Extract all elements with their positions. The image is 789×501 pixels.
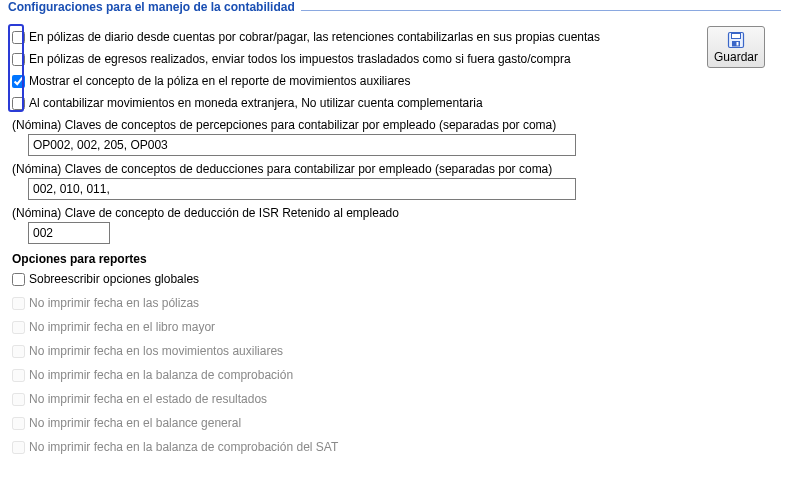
groupbox-title: Configuraciones para el manejo de la con… (8, 0, 301, 14)
lbl-percepciones: (Nómina) Claves de conceptos de percepci… (12, 118, 777, 132)
lbl-isr: (Nómina) Clave de concepto de deducción … (12, 206, 777, 220)
chk-retenciones[interactable] (12, 31, 25, 44)
lbl-concepto: Mostrar el concepto de la póliza en el r… (29, 74, 411, 88)
lbl-no-fecha-mov: No imprimir fecha en los movimientos aux… (29, 344, 283, 358)
chk-egresos[interactable] (12, 53, 25, 66)
lbl-moneda-extranjera: Al contabilizar movimientos en moneda ex… (29, 96, 483, 110)
lbl-no-fecha-balanza: No imprimir fecha en la balanza de compr… (29, 368, 293, 382)
chk-sobreescribir[interactable] (12, 273, 25, 286)
row-no-fecha-polizas: No imprimir fecha en las pólizas (12, 294, 777, 312)
row-sobreescribir: Sobreescribir opciones globales (12, 270, 777, 288)
lbl-sobreescribir: Sobreescribir opciones globales (29, 272, 199, 286)
input-percepciones[interactable] (28, 134, 576, 156)
lbl-no-fecha-resultados: No imprimir fecha en el estado de result… (29, 392, 267, 406)
lbl-no-fecha-balance: No imprimir fecha en el balance general (29, 416, 241, 430)
chk-no-fecha-balanza-sat (12, 441, 25, 454)
reports-subtitle: Opciones para reportes (12, 252, 777, 266)
lbl-no-fecha-polizas: No imprimir fecha en las pólizas (29, 296, 199, 310)
row-retenciones: En pólizas de diario desde cuentas por c… (12, 28, 777, 46)
row-concepto: Mostrar el concepto de la póliza en el r… (12, 72, 777, 90)
input-deducciones[interactable] (28, 178, 576, 200)
row-egresos: En pólizas de egresos realizados, enviar… (12, 50, 777, 68)
lbl-egresos: En pólizas de egresos realizados, enviar… (29, 52, 571, 66)
row-no-fecha-resultados: No imprimir fecha en el estado de result… (12, 390, 777, 408)
lbl-no-fecha-balanza-sat: No imprimir fecha en la balanza de compr… (29, 440, 338, 454)
chk-no-fecha-balanza (12, 369, 25, 382)
lbl-deducciones: (Nómina) Claves de conceptos de deduccio… (12, 162, 777, 176)
chk-no-fecha-balance (12, 417, 25, 430)
row-no-fecha-balanza-sat: No imprimir fecha en la balanza de compr… (12, 438, 777, 456)
chk-no-fecha-mov (12, 345, 25, 358)
chk-no-fecha-polizas (12, 297, 25, 310)
groupbox-header: Configuraciones para el manejo de la con… (8, 4, 781, 18)
row-no-fecha-libro: No imprimir fecha en el libro mayor (12, 318, 777, 336)
chk-no-fecha-libro (12, 321, 25, 334)
row-moneda-extranjera: Al contabilizar movimientos en moneda ex… (12, 94, 777, 112)
chk-concepto[interactable] (12, 75, 25, 88)
lbl-no-fecha-libro: No imprimir fecha en el libro mayor (29, 320, 215, 334)
row-no-fecha-balanza: No imprimir fecha en la balanza de compr… (12, 366, 777, 384)
row-no-fecha-balance: No imprimir fecha en el balance general (12, 414, 777, 432)
lbl-retenciones: En pólizas de diario desde cuentas por c… (29, 30, 600, 44)
chk-no-fecha-resultados (12, 393, 25, 406)
row-no-fecha-mov: No imprimir fecha en los movimientos aux… (12, 342, 777, 360)
input-isr[interactable] (28, 222, 110, 244)
chk-moneda-extranjera[interactable] (12, 97, 25, 110)
